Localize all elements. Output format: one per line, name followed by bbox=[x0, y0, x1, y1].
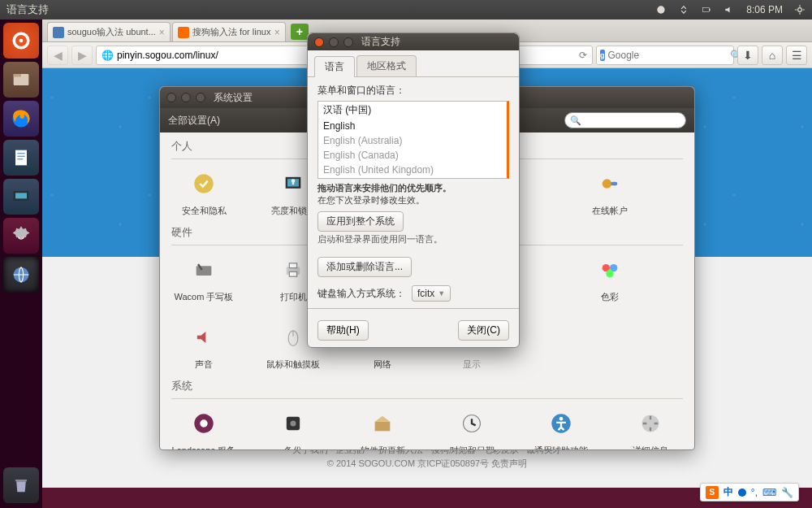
close-tab-icon[interactable]: × bbox=[159, 27, 165, 38]
svg-point-32 bbox=[606, 270, 613, 277]
search-input[interactable] bbox=[608, 50, 730, 61]
svg-rect-1 bbox=[703, 8, 710, 12]
new-tab-button[interactable]: + bbox=[291, 24, 309, 40]
item-wacom[interactable]: Wacom 手写板 bbox=[171, 252, 236, 303]
ime-keyboard-icon[interactable]: ⌨ bbox=[762, 487, 776, 498]
ime-indicator[interactable]: S 中 °, ⌨ 🔧 bbox=[700, 483, 799, 501]
search-icon: 🔍 bbox=[570, 115, 581, 126]
add-remove-lang-button[interactable]: 添加或删除语言... bbox=[317, 257, 412, 277]
tab-language[interactable]: 语言 bbox=[314, 56, 355, 77]
forward-button[interactable]: ▶ bbox=[71, 46, 93, 65]
item-sound[interactable]: 声音 bbox=[171, 319, 236, 371]
lang-titlebar[interactable]: 语言支持 bbox=[308, 33, 519, 50]
back-button[interactable]: ◀ bbox=[47, 46, 68, 65]
downloads-button[interactable]: ⬇ bbox=[737, 46, 758, 65]
settings-search[interactable]: 🔍 bbox=[564, 112, 686, 128]
home-button[interactable]: ⌂ bbox=[762, 46, 783, 65]
item-security[interactable]: 安全和隐私 bbox=[171, 166, 236, 217]
svg-rect-41 bbox=[375, 422, 391, 432]
svg-rect-26 bbox=[197, 266, 212, 276]
network-icon[interactable] bbox=[678, 4, 689, 15]
search-bar[interactable]: g 🔍 bbox=[596, 46, 734, 65]
maximize-window-icon[interactable] bbox=[196, 93, 205, 102]
im-label: 键盘输入方式系统： bbox=[317, 287, 405, 301]
tab-label: souguo输入法 ubunt... bbox=[67, 26, 156, 38]
lang-item[interactable]: English (United Kingdom) bbox=[318, 163, 507, 177]
screenshot-icon[interactable] bbox=[3, 179, 39, 215]
settings-title: 系统设置 bbox=[214, 91, 253, 105]
globe-icon: 🌐 bbox=[102, 50, 114, 61]
svg-rect-29 bbox=[289, 271, 296, 276]
ime-dot-icon[interactable] bbox=[738, 488, 746, 497]
sogou-icon: S bbox=[706, 486, 719, 499]
all-settings-button[interactable]: 全部设置(A) bbox=[168, 114, 220, 128]
svg-rect-13 bbox=[17, 158, 23, 159]
item-accessibility[interactable]: 通用辅助功能 bbox=[529, 406, 594, 449]
svg-point-0 bbox=[658, 6, 665, 13]
ime-settings-icon[interactable]: 🔧 bbox=[781, 487, 793, 498]
browser-tab-0[interactable]: souguo输入法 ubunt... × bbox=[47, 22, 171, 41]
im-select[interactable]: fcitx ▼ bbox=[412, 285, 451, 302]
svg-rect-28 bbox=[289, 263, 296, 268]
close-tab-icon[interactable]: × bbox=[274, 27, 280, 38]
dash-icon[interactable] bbox=[3, 23, 39, 59]
favicon-icon bbox=[178, 27, 189, 38]
ime-mode[interactable]: 中 bbox=[723, 485, 733, 499]
close-window-icon[interactable] bbox=[166, 93, 176, 102]
top-menubar: 语言支持 8:06 PM bbox=[0, 0, 812, 20]
browser-tab-1[interactable]: 搜狗输入法 for linux × bbox=[172, 22, 286, 41]
svg-point-23 bbox=[292, 179, 296, 183]
bookmarks-button[interactable]: ☰ bbox=[786, 46, 807, 65]
item-details[interactable]: 详细信息 bbox=[618, 406, 683, 449]
lang-item[interactable]: 汉语 (中国) bbox=[318, 102, 507, 119]
svg-rect-11 bbox=[17, 153, 24, 154]
tux-icon[interactable] bbox=[655, 4, 667, 15]
tab-region[interactable]: 地区格式 bbox=[356, 55, 417, 76]
item-landscape[interactable]: Landscape 服务 bbox=[171, 406, 236, 449]
lang-item[interactable]: English bbox=[318, 119, 507, 133]
svg-point-19 bbox=[194, 174, 213, 193]
firefox-icon[interactable] bbox=[3, 101, 39, 137]
item-color[interactable]: 色彩 bbox=[577, 252, 642, 303]
battery-icon[interactable] bbox=[701, 4, 712, 15]
apply-system-button[interactable]: 应用到整个系统 bbox=[317, 211, 404, 232]
svg-rect-15 bbox=[15, 193, 27, 198]
google-icon: g bbox=[600, 50, 605, 61]
svg-point-24 bbox=[603, 179, 612, 189]
ime-punct-icon[interactable]: °, bbox=[751, 487, 758, 498]
trash-icon[interactable] bbox=[3, 467, 39, 503]
volume-icon[interactable] bbox=[723, 4, 735, 15]
maximize-window-icon[interactable] bbox=[343, 37, 353, 47]
close-window-icon[interactable] bbox=[314, 37, 324, 47]
reload-icon[interactable]: ⟳ bbox=[579, 50, 587, 61]
item-backup[interactable]: 备份 bbox=[261, 406, 326, 449]
session-icon[interactable] bbox=[794, 4, 806, 15]
svg-point-44 bbox=[559, 417, 564, 421]
language-support-dialog: 语言支持 语言 地区格式 菜单和窗口的语言： 汉语 (中国) English E… bbox=[307, 33, 520, 348]
unity-launcher bbox=[0, 20, 42, 508]
close-button[interactable]: 关闭(C) bbox=[458, 320, 509, 341]
language-list[interactable]: 汉语 (中国) English English (Australia) Engl… bbox=[317, 101, 509, 179]
files-icon[interactable] bbox=[3, 62, 39, 98]
item-software[interactable]: 软件和更新 bbox=[350, 406, 415, 449]
lang-item[interactable]: English (Australia) bbox=[318, 133, 507, 148]
drag-note-bold: 拖动语言来安排他们的优先顺序。 bbox=[317, 183, 451, 193]
lang-item[interactable]: English (Canada) bbox=[318, 148, 507, 163]
help-button[interactable]: 帮助(H) bbox=[317, 320, 369, 341]
item-datetime[interactable]: 时间和日期 bbox=[439, 406, 504, 449]
language-support-launcher-icon[interactable] bbox=[3, 257, 39, 293]
clock[interactable]: 8:06 PM bbox=[746, 4, 783, 15]
footer-copyright: © 2014 SOGOU.COM 京ICP证050897号 免责声明 bbox=[42, 458, 812, 470]
svg-point-40 bbox=[291, 421, 296, 427]
svg-rect-10 bbox=[15, 150, 27, 166]
svg-rect-12 bbox=[17, 156, 24, 157]
chevron-down-icon: ▼ bbox=[438, 289, 445, 297]
document-icon[interactable] bbox=[3, 140, 39, 176]
minimize-window-icon[interactable] bbox=[329, 37, 339, 47]
menulang-label: 菜单和窗口的语言： bbox=[317, 84, 509, 98]
settings-launcher-icon[interactable] bbox=[3, 218, 39, 254]
svg-point-6 bbox=[19, 39, 24, 43]
minimize-window-icon[interactable] bbox=[181, 93, 191, 102]
item-online-accounts[interactable]: 在线帐户 bbox=[577, 166, 642, 217]
svg-rect-25 bbox=[611, 182, 617, 186]
